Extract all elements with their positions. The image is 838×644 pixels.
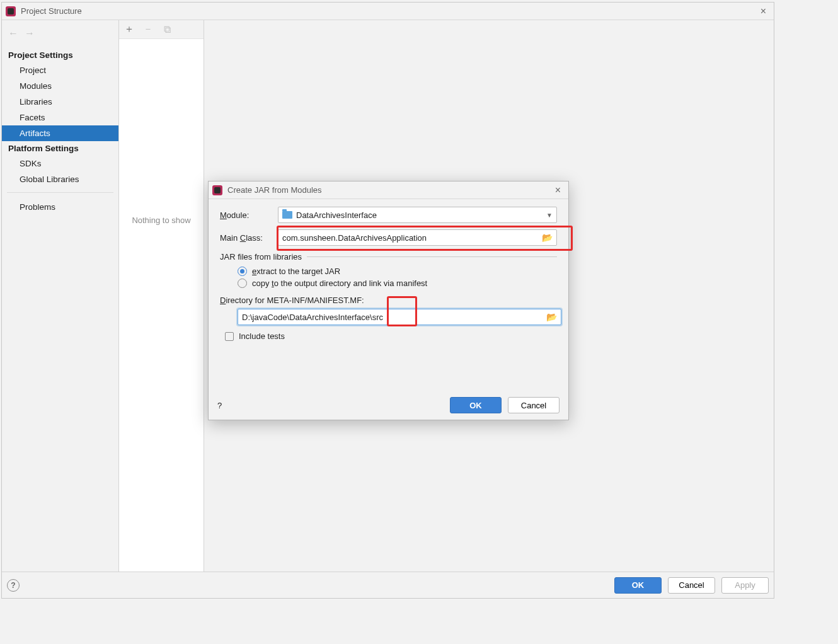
- dir-field[interactable]: D:\javaCode\DataArchivesInterface\src 📂: [238, 309, 561, 325]
- modal-help-icon[interactable]: ?: [217, 401, 222, 410]
- main-class-row: Main Class: com.sunsheen.DataArchivesApp…: [220, 229, 557, 246]
- include-tests-label: Include tests: [239, 331, 285, 341]
- sidebar-item-sdks[interactable]: SDKs: [2, 156, 118, 171]
- module-combo[interactable]: DataArchivesInterface ▼: [278, 207, 557, 223]
- intellij-icon: [212, 185, 222, 195]
- sidebar-divider: [7, 192, 113, 193]
- main-apply-button[interactable]: Apply: [721, 577, 769, 594]
- sidebar-item-libraries[interactable]: Libraries: [2, 94, 118, 110]
- group-divider: [307, 256, 557, 257]
- sidebar-item-facets[interactable]: Facets: [2, 110, 118, 125]
- copy-icon[interactable]: ⧉: [162, 25, 172, 35]
- chevron-down-icon: ▼: [546, 212, 553, 219]
- dir-label: Directory for META-INF/MANIFEST.MF:: [220, 296, 557, 305]
- sidebar-item-global-libraries[interactable]: Global Libraries: [2, 171, 118, 187]
- radio-icon-unchecked: [238, 279, 247, 288]
- main-class-label: Main Class:: [220, 233, 272, 243]
- radio-extract[interactable]: extract to the target JAR: [238, 267, 557, 276]
- jar-group-label: JAR files from libraries: [220, 252, 557, 262]
- radio-icon-checked: [238, 267, 247, 276]
- section-header-project-settings: Project Settings: [2, 48, 118, 62]
- nav-back-icon[interactable]: ←: [8, 28, 18, 39]
- modal-body: Module: DataArchivesInterface ▼ Main Cla…: [209, 199, 568, 341]
- module-label: Module:: [220, 210, 272, 220]
- radio-copy[interactable]: copy to the output directory and link vi…: [238, 279, 557, 288]
- remove-icon[interactable]: －: [143, 25, 153, 35]
- sidebar-item-modules[interactable]: Modules: [2, 78, 118, 94]
- checkbox-icon: [225, 332, 234, 341]
- add-icon[interactable]: ＋: [124, 25, 134, 35]
- main-ok-button[interactable]: OK: [614, 577, 662, 594]
- close-icon[interactable]: ×: [757, 4, 770, 18]
- intellij-icon: [6, 6, 16, 16]
- nav-forward-icon[interactable]: →: [25, 28, 35, 39]
- modal-ok-button[interactable]: OK: [450, 397, 502, 413]
- empty-list-text: Nothing to show: [119, 39, 204, 572]
- dir-value: D:\javaCode\DataArchivesInterface\src: [242, 313, 383, 322]
- browse-folder-icon[interactable]: 📂: [542, 233, 553, 243]
- modal-cancel-button[interactable]: Cancel: [508, 397, 560, 413]
- main-title: Project Structure: [21, 6, 82, 16]
- sidebar-item-problems[interactable]: Problems: [2, 199, 118, 215]
- sidebar-item-project[interactable]: Project: [2, 62, 118, 78]
- modal-title: Create JAR from Modules: [227, 185, 322, 195]
- module-folder-icon: [282, 211, 292, 219]
- modal-footer: ? OK Cancel: [217, 397, 560, 413]
- section-header-platform-settings: Platform Settings: [2, 141, 118, 156]
- main-titlebar: Project Structure ×: [2, 3, 774, 20]
- module-value: DataArchivesInterface: [296, 210, 377, 220]
- main-footer: ? OK Cancel Apply: [2, 572, 774, 598]
- create-jar-dialog: Create JAR from Modules × Module: DataAr…: [208, 181, 569, 420]
- sidebar: ← → Project Settings Project Modules Lib…: [2, 20, 119, 572]
- nav-arrows: ← →: [2, 24, 118, 48]
- artifacts-list-panel: ＋ － ⧉ Nothing to show: [119, 20, 204, 572]
- main-class-value: com.sunsheen.DataArchivesApplication: [282, 233, 427, 243]
- module-row: Module: DataArchivesInterface ▼: [220, 207, 557, 223]
- modal-close-icon[interactable]: ×: [551, 183, 565, 197]
- list-toolbar: ＋ － ⧉: [119, 20, 204, 39]
- include-tests-row[interactable]: Include tests: [225, 331, 557, 341]
- modal-titlebar: Create JAR from Modules ×: [209, 181, 568, 199]
- sidebar-item-artifacts[interactable]: Artifacts: [2, 125, 118, 141]
- help-icon[interactable]: ?: [7, 579, 20, 592]
- main-class-field[interactable]: com.sunsheen.DataArchivesApplication 📂: [278, 229, 557, 246]
- browse-folder-icon[interactable]: 📂: [546, 312, 557, 322]
- main-cancel-button[interactable]: Cancel: [668, 577, 715, 594]
